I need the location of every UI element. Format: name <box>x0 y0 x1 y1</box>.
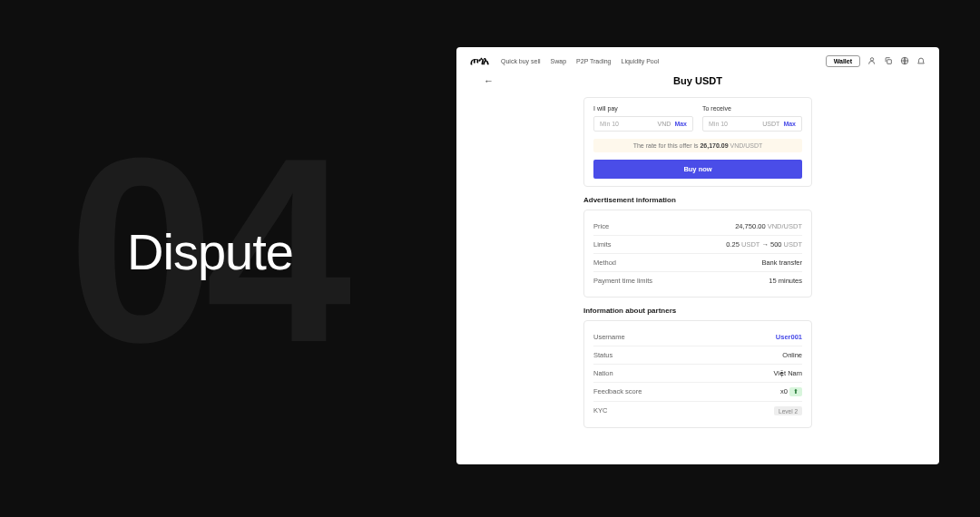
nation-label: Nation <box>593 369 613 377</box>
ad-info-card: Price 24,750.00 VND/USDT Limits 0.25 USD… <box>583 210 812 298</box>
limits-label: Limits <box>593 240 612 249</box>
price-label: Price <box>593 222 609 230</box>
copy-icon[interactable] <box>884 56 893 65</box>
buy-now-button[interactable]: Buy now <box>593 160 802 179</box>
svg-rect-1 <box>887 60 892 64</box>
pay-unit: VND <box>658 121 671 127</box>
rate-bar: The rate for this offer is 26,170.09 VND… <box>593 139 802 152</box>
pay-input[interactable]: Min 10 VND Max <box>593 116 693 132</box>
user-icon[interactable] <box>867 56 877 65</box>
nav-links: Quick buy sell Swap P2P Trading Liquidit… <box>501 58 659 64</box>
rate-prefix: The rate for this offer is <box>633 142 701 149</box>
pay-label: I will pay <box>593 105 693 112</box>
partner-title: Information about partners <box>583 307 812 315</box>
app-header: ጦጎአ Quick buy sell Swap P2P Trading Liqu… <box>456 47 939 75</box>
price-value: 24,750.00 VND/USDT <box>735 222 802 230</box>
status-label: Status <box>593 351 612 359</box>
partner-card: Username User001 Status Online Nation Vi… <box>583 320 812 428</box>
kyc-badge: Level 2 <box>774 406 802 415</box>
method-label: Method <box>593 258 616 267</box>
info-row-limits: Limits 0.25 USDT → 500 USDT <box>593 235 802 253</box>
info-row-status: Status Online <box>593 346 802 364</box>
svg-point-0 <box>870 58 873 61</box>
status-value: Online <box>782 351 802 359</box>
feedback-badge-icon: ⬆ <box>789 387 802 396</box>
logo: ጦጎአ <box>470 54 488 67</box>
receive-group: To receive Min 10 USDT Max <box>702 105 802 132</box>
wallet-button[interactable]: Wallet <box>826 55 860 67</box>
ad-info-title: Advertisement information <box>583 196 812 204</box>
username-label: Username <box>593 333 625 341</box>
nav-p2p-trading[interactable]: P2P Trading <box>576 58 611 64</box>
nav-liquidity-pool[interactable]: Liquidity Pool <box>622 58 660 64</box>
feedback-value: x0⬆ <box>780 387 802 396</box>
payment-time-label: Payment time limits <box>593 277 652 285</box>
main-content: I will pay Min 10 VND Max To receive Min… <box>456 97 939 428</box>
pay-placeholder: Min 10 <box>600 121 619 127</box>
receive-input[interactable]: Min 10 USDT Max <box>702 116 802 132</box>
receive-max-link[interactable]: Max <box>783 121 796 127</box>
kyc-label: KYC <box>593 406 607 415</box>
header-right: Wallet <box>826 55 926 67</box>
slide-title: Dispute <box>127 222 293 281</box>
info-row-price: Price 24,750.00 VND/USDT <box>593 218 802 235</box>
receive-unit: USDT <box>762 121 779 127</box>
nav-swap[interactable]: Swap <box>551 58 567 64</box>
method-value: Bank transfer <box>761 258 802 267</box>
payment-time-value: 15 minutes <box>769 277 802 285</box>
page-title: Buy USDT <box>456 75 939 86</box>
info-row-kyc: KYC Level 2 <box>593 401 802 420</box>
app-window: ጦጎአ Quick buy sell Swap P2P Trading Liqu… <box>456 47 939 464</box>
receive-placeholder: Min 10 <box>709 121 728 127</box>
nation-value: Việt Nam <box>773 369 802 377</box>
exchange-card: I will pay Min 10 VND Max To receive Min… <box>583 97 812 187</box>
username-link[interactable]: User001 <box>776 333 802 341</box>
info-row-payment-time: Payment time limits 15 minutes <box>593 271 802 289</box>
info-row-feedback: Feedback score x0⬆ <box>593 382 802 401</box>
pay-group: I will pay Min 10 VND Max <box>593 105 693 132</box>
nav-quick-buy-sell[interactable]: Quick buy sell <box>501 58 541 64</box>
feedback-label: Feedback score <box>593 387 642 396</box>
rate-unit: VND/USDT <box>730 142 763 149</box>
info-row-nation: Nation Việt Nam <box>593 364 802 382</box>
globe-icon[interactable] <box>900 56 909 65</box>
bell-icon[interactable] <box>916 56 926 65</box>
pay-max-link[interactable]: Max <box>674 121 687 127</box>
receive-label: To receive <box>702 105 802 112</box>
info-row-method: Method Bank transfer <box>593 253 802 271</box>
rate-value: 26,170.09 <box>700 142 728 149</box>
limits-value: 0.25 USDT → 500 USDT <box>726 240 802 249</box>
info-row-username: Username User001 <box>593 328 802 346</box>
